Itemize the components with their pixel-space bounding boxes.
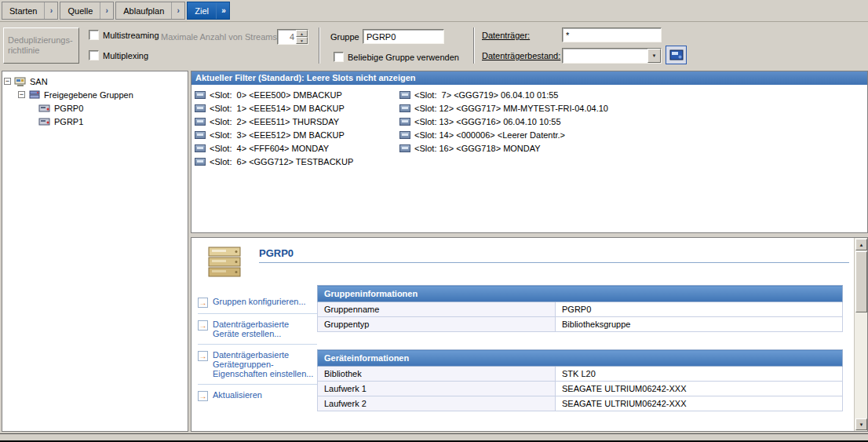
beliebige-gruppe-checkbox[interactable] [334,52,344,62]
ziel-toolbar: Deduplizierungs-richtlinie Multistreamin… [0,22,868,70]
wizard-tab-bar: Starten › Quelle › Ablaufplan › Ziel » [0,0,868,22]
row-label: Bibliothek [318,367,556,382]
multistreaming-checkbox[interactable] [89,30,99,40]
row-value: Bibliotheksgruppe [556,317,843,332]
spinner-buttons: ▲ ▼ [296,30,308,44]
slot-label: <Slot: 14> <000006> <Leerer Datentr.> [414,130,565,140]
window-bottom-edge [0,433,868,440]
tape-icon [399,91,410,99]
slot-item[interactable]: <Slot: 16> <GGG718> MONDAY [399,141,608,155]
datentraegerbestand-select[interactable]: ▼ [562,48,662,64]
row-label: Gruppenname [318,302,556,317]
tree-item-freigegebene-gruppen[interactable]: − Freigegebene Gruppen [4,88,186,101]
tape-icon [195,131,206,139]
tab-quelle-label: Quelle [60,2,100,19]
scroll-down-icon[interactable]: ▼ [855,418,867,430]
row-value: SEAGATE ULTRIUM06242-XXX [556,396,843,411]
spin-down-icon[interactable]: ▼ [296,37,308,44]
tab-ablaufplan[interactable]: Ablaufplan › [115,2,185,20]
drive-stack-icon [205,244,244,282]
slot-item[interactable]: <Slot: 12> <GGG717> MM-MYTEST-FRI-04.04.… [399,101,608,115]
geraeteinformationen-table: Geräteinformationen Bibliothek STK L20 L… [317,349,843,411]
tree-item-label: PGRP0 [54,104,83,113]
chevron-right-icon: › [44,2,57,19]
beliebige-gruppe-label[interactable]: Beliebige Gruppe verwenden [348,53,459,62]
san-icon [14,76,27,87]
title-divider [259,262,849,263]
row-label: Laufwerk 1 [318,382,556,396]
max-streams-spinner[interactable]: 4 ▲ ▼ [277,29,308,45]
action-links: → Gruppen konfigurieren... → Datenträger… [198,291,317,407]
link-arrow-icon: → [198,351,208,361]
tree-item-pgrp1[interactable]: PGRP1 [4,115,186,128]
link-gruppen-konfigurieren[interactable]: → Gruppen konfigurieren... [198,291,317,313]
dropdown-arrow-icon[interactable]: ▼ [647,49,661,63]
scroll-up-icon[interactable]: ▲ [855,239,867,250]
group-drive-icon [38,117,51,126]
tab-ziel[interactable]: Ziel » [187,2,230,20]
tree-item-san[interactable]: − SAN [4,75,186,88]
multistreaming-label[interactable]: Multistreaming [103,31,159,40]
slot-label: <Slot: 4> <FFF604> MONDAY [210,144,329,153]
link-label: Datenträgerbasierte Gerätegruppen-Eigens… [213,350,317,378]
slot-item[interactable]: <Slot: 7> <GGG719> 06.04.10 01:55 [399,88,608,101]
details-content: PGRP0 → Gruppen konfigurieren... → Daten… [191,238,854,431]
slot-label: <Slot: 1> <EEE514> DM BACKUP [210,104,345,113]
slot-item[interactable]: <Slot: 6> <GGG712> TESTBACKUP [195,155,867,168]
tab-starten[interactable]: Starten › [2,2,58,20]
tree-item-label: SAN [30,77,48,86]
gruppe-input[interactable] [363,29,444,44]
vertical-scrollbar[interactable]: ▲ ▼ [854,238,867,431]
shared-groups-icon [28,89,41,100]
scrollbar-thumb[interactable] [855,251,867,312]
device-tree: − SAN − Freigegebene Gruppen PGRP0 [2,71,188,432]
chevron-right-icon: › [100,2,113,19]
datentraeger-label: Datenträger: [482,31,530,40]
table-row: Bibliothek STK L20 [318,367,843,382]
tree-item-pgrp0[interactable]: PGRP0 [4,101,186,115]
datentraeger-input[interactable] [562,27,662,42]
datentraegerbestand-value [563,49,647,63]
tree-item-label: Freigegebene Gruppen [44,90,133,100]
slot-list: <Slot: 0> <EEE500> DMBACKUP <Slot: 1> <E… [191,85,867,168]
link-arrow-icon: → [198,298,208,308]
slot-label: <Slot: 0> <EEE500> DMBACKUP [210,90,342,100]
link-aktualisieren[interactable]: → Aktualisieren [198,384,317,407]
backup-ziel-window: Starten › Quelle › Ablaufplan › Ziel » D… [0,0,868,442]
tab-quelle[interactable]: Quelle › [60,2,114,20]
double-chevron-icon: » [216,2,229,19]
media-cartridge-icon [669,49,684,60]
slot-label: <Slot: 13> <GGG716> 06.04.10 10:55 [414,117,561,126]
slot-label: <Slot: 3> <EEE512> DM BACKUP [210,130,345,140]
gruppe-label: Gruppe [330,32,359,42]
tape-icon [195,144,206,152]
multiplexing-label[interactable]: Multiplexing [103,51,148,60]
table-row: Gruppentyp Bibliotheksgruppe [318,317,843,332]
row-value: PGRP0 [556,302,843,317]
row-label: Gruppentyp [318,317,556,332]
collapse-icon[interactable]: − [18,91,25,98]
slot-label: <Slot: 6> <GGG712> TESTBACKUP [210,157,353,166]
gruppeninformationen-table: Gruppeninformationen Gruppenname PGRP0 G… [317,285,843,332]
spin-up-icon[interactable]: ▲ [296,30,308,37]
tape-icon [399,131,410,139]
link-label: Gruppen konfigurieren... [213,297,306,306]
slot-item[interactable]: <Slot: 14> <000006> <Leerer Datentr.> [399,128,608,141]
tape-icon [399,144,410,152]
tab-ablaufplan-label: Ablaufplan [116,2,171,19]
link-geraetegruppen-eigenschaften[interactable]: → Datenträgerbasierte Gerätegruppen-Eige… [198,344,317,384]
table-header: Gruppeninformationen [318,286,843,302]
toolbar-separator [473,27,475,64]
collapse-icon[interactable]: − [4,78,11,85]
link-geraete-erstellen[interactable]: → Datenträgerbasierte Geräte erstellen..… [198,313,317,344]
slot-label: <Slot: 7> <GGG719> 06.04.10 01:55 [414,90,558,100]
slot-item[interactable]: <Slot: 13> <GGG716> 06.04.10 10:55 [399,115,608,128]
deduplizierungsrichtlinie-button[interactable]: Deduplizierungs-richtlinie [3,27,79,64]
slot-column-2: <Slot: 7> <GGG719> 06.04.10 01:55 <Slot:… [399,88,608,155]
tab-starten-label: Starten [2,2,44,19]
media-pool-button[interactable] [666,46,687,64]
link-label: Aktualisieren [213,390,262,400]
multiplexing-checkbox[interactable] [89,50,99,60]
max-streams-label: Maximale Anzahl von Streams [161,32,277,42]
row-label: Laufwerk 2 [318,396,556,411]
